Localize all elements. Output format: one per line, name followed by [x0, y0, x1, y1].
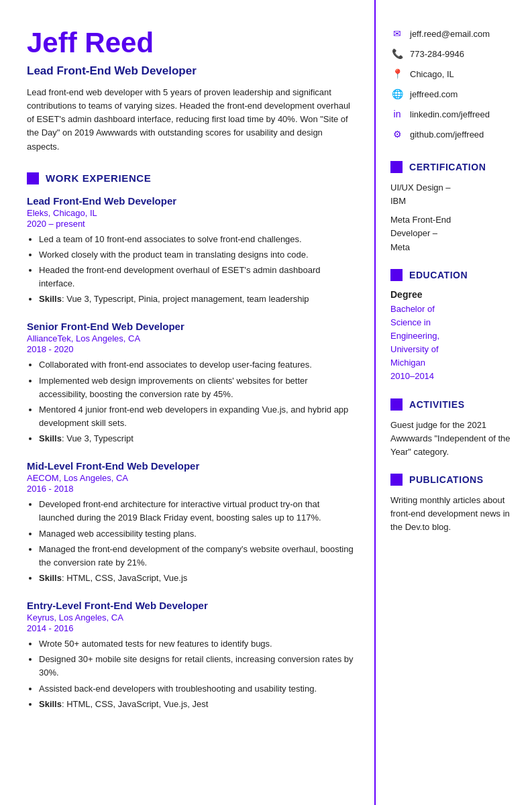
- contact-email: ✉ jeff.reed@email.com: [390, 27, 520, 40]
- cert-item-1: UI/UX Design –IBM: [390, 181, 520, 208]
- job-block-1: Lead Front-End Web Developer Eleks, Chic…: [27, 195, 354, 307]
- job-bullets-3: Developed front-end architecture for int…: [27, 498, 354, 585]
- bullet: Skills: HTML, CSS, JavaScript, Vue.js, J…: [39, 698, 354, 711]
- certification-label: CERTIFICATION: [409, 162, 486, 172]
- job-block-3: Mid-Level Front-End Web Developer AECOM,…: [27, 460, 354, 585]
- bullet: Headed the front-end development overhau…: [39, 264, 354, 290]
- activities-section: ACTIVITIES Guest judge for the 2021 Awww…: [390, 398, 520, 459]
- job-bullets-2: Collaborated with front-end associates t…: [27, 358, 354, 445]
- certification-header: CERTIFICATION: [390, 161, 520, 173]
- bullet: Developed front-end architecture for int…: [39, 498, 354, 525]
- bullet: Designed 30+ mobile site designs for ret…: [39, 653, 354, 680]
- job-block-2: Senior Front-End Web Developer AllianceT…: [27, 321, 354, 445]
- education-icon: [390, 269, 403, 281]
- job-company-2: AllianceTek, Los Angeles, CA: [27, 333, 354, 343]
- edu-degree-title: Degree: [390, 289, 520, 300]
- linkedin-icon: in: [390, 107, 404, 121]
- bullet: Led a team of 10 front-end associates to…: [39, 233, 354, 246]
- work-experience-section-header: WORK EXPERIENCE: [27, 172, 354, 184]
- education-section: EDUCATION Degree Bachelor ofScience inEn…: [390, 269, 520, 384]
- bullet: Skills: HTML, CSS, JavaScript, Vue.js: [39, 572, 354, 585]
- activities-header: ACTIVITIES: [390, 398, 520, 411]
- website-text: jeffreed.com: [410, 89, 458, 99]
- edu-degree-detail: Bachelor ofScience inEngineering,Univers…: [390, 303, 520, 384]
- certification-section: CERTIFICATION UI/UX Design –IBM Meta Fro…: [390, 161, 520, 254]
- education-label: EDUCATION: [409, 270, 468, 280]
- candidate-job-title: Lead Front-End Web Developer: [27, 64, 354, 78]
- bullet: Collaborated with front-end associates t…: [39, 358, 354, 372]
- publications-section: PUBLICATIONS Writing monthly articles ab…: [390, 474, 520, 534]
- certification-icon: [390, 161, 403, 173]
- contact-website: 🌐 jeffreed.com: [390, 87, 520, 101]
- location-text: Chicago, IL: [410, 69, 454, 79]
- job-dates-2: 2018 - 2020: [27, 344, 354, 354]
- job-dates-3: 2016 - 2018: [27, 484, 354, 494]
- publications-icon: [390, 474, 403, 486]
- job-title-1: Lead Front-End Web Developer: [27, 195, 354, 207]
- contact-location: 📍 Chicago, IL: [390, 67, 520, 80]
- education-header: EDUCATION: [390, 269, 520, 281]
- contact-linkedin: in linkedin.com/jeffreed: [390, 107, 520, 121]
- job-company-3: AECOM, Los Angeles, CA: [27, 473, 354, 483]
- work-experience-icon: [27, 172, 39, 184]
- bullet: Managed the front-end development of the…: [39, 543, 354, 570]
- candidate-summary: Lead front-end web developer with 5 year…: [27, 86, 354, 154]
- email-text: jeff.reed@email.com: [410, 29, 490, 39]
- linkedin-text: linkedin.com/jeffreed: [410, 109, 490, 119]
- activities-text: Guest judge for the 2021 Awwwards "Indep…: [390, 419, 520, 459]
- job-title-3: Mid-Level Front-End Web Developer: [27, 460, 354, 472]
- candidate-name: Jeff Reed: [27, 27, 354, 59]
- bullet: Managed web accessibility testing plans.: [39, 527, 354, 541]
- job-title-2: Senior Front-End Web Developer: [27, 321, 354, 332]
- activities-icon: [390, 398, 403, 411]
- job-block-4: Entry-Level Front-End Web Developer Keyr…: [27, 600, 354, 711]
- contact-phone: 📞 773-284-9946: [390, 47, 520, 60]
- bullet: Skills: Vue 3, Typescript: [39, 432, 354, 445]
- publications-text: Writing monthly articles about front-end…: [390, 494, 520, 534]
- github-icon: ⚙: [390, 127, 404, 141]
- email-icon: ✉: [390, 27, 404, 40]
- job-company-1: Eleks, Chicago, IL: [27, 208, 354, 218]
- bullet: Mentored 4 junior front-end web develope…: [39, 403, 354, 430]
- job-title-4: Entry-Level Front-End Web Developer: [27, 600, 354, 611]
- bullet: Skills: Vue 3, Typescript, Pinia, projec…: [39, 292, 354, 306]
- github-text: github.com/jeffreed: [410, 129, 484, 140]
- job-bullets-1: Led a team of 10 front-end associates to…: [27, 233, 354, 307]
- job-bullets-4: Wrote 50+ automated tests for new featur…: [27, 637, 354, 711]
- contact-github: ⚙ github.com/jeffreed: [390, 127, 520, 141]
- job-company-4: Keyrus, Los Angeles, CA: [27, 612, 354, 623]
- bullet: Assisted back-end developers with troubl…: [39, 682, 354, 696]
- activities-label: ACTIVITIES: [409, 399, 465, 410]
- location-icon: 📍: [390, 67, 404, 80]
- phone-icon: 📞: [390, 47, 404, 60]
- work-experience-label: WORK EXPERIENCE: [46, 172, 151, 184]
- bullet: Worked closely with the product team in …: [39, 248, 354, 262]
- job-dates-1: 2020 – present: [27, 219, 354, 229]
- publications-label: PUBLICATIONS: [409, 474, 484, 485]
- website-icon: 🌐: [390, 87, 404, 101]
- bullet: Implemented web design improvements on c…: [39, 374, 354, 401]
- contact-list: ✉ jeff.reed@email.com 📞 773-284-9946 📍 C…: [390, 27, 520, 141]
- job-dates-4: 2014 - 2016: [27, 623, 354, 633]
- bullet: Wrote 50+ automated tests for new featur…: [39, 637, 354, 651]
- phone-text: 773-284-9946: [410, 49, 464, 59]
- cert-item-2: Meta Front-EndDeveloper –Meta: [390, 213, 520, 254]
- publications-header: PUBLICATIONS: [390, 474, 520, 486]
